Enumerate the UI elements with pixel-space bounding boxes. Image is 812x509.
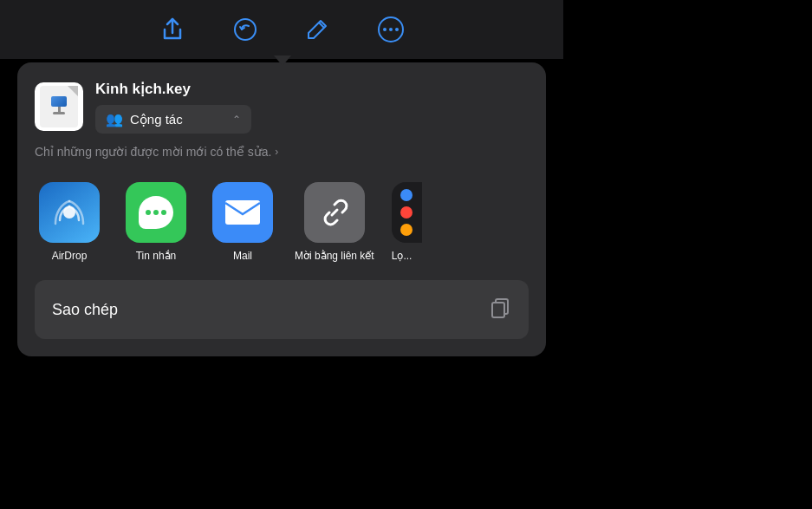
share-sheet: Kinh kịch.key 👥 Cộng tác ⌃ Chỉ những ngư… bbox=[17, 62, 546, 356]
copy-label: Sao chép bbox=[52, 301, 118, 319]
apps-row: AirDrop Tin nhắn bbox=[35, 182, 529, 264]
svg-point-0 bbox=[235, 19, 256, 40]
popover-arrow bbox=[274, 55, 291, 66]
airdrop-icon bbox=[39, 182, 100, 243]
people-icon: 👥 bbox=[106, 111, 123, 127]
copy-button[interactable]: Sao chép bbox=[35, 280, 529, 339]
file-name: Kinh kịch.key bbox=[95, 80, 529, 98]
mail-app[interactable]: Mail bbox=[208, 182, 277, 264]
svg-point-4 bbox=[395, 28, 399, 31]
invite-link-icon bbox=[304, 182, 365, 243]
dot-blue bbox=[400, 189, 412, 201]
dots-app-icon bbox=[392, 182, 422, 243]
permission-chevron: › bbox=[275, 145, 278, 160]
annotate-icon[interactable] bbox=[302, 14, 334, 45]
partial-app[interactable]: Lọ... bbox=[392, 182, 426, 264]
messages-label: Tin nhắn bbox=[136, 250, 177, 264]
copy-icon bbox=[489, 296, 511, 323]
mail-icon bbox=[212, 182, 273, 243]
collab-dropdown[interactable]: 👥 Cộng tác ⌃ bbox=[95, 105, 251, 134]
reply-icon[interactable] bbox=[230, 14, 261, 45]
svg-point-3 bbox=[389, 28, 393, 31]
more-icon[interactable] bbox=[375, 14, 406, 45]
svg-rect-8 bbox=[492, 303, 504, 317]
share-icon[interactable] bbox=[157, 14, 188, 45]
collab-label: Cộng tác bbox=[130, 112, 183, 127]
permission-description: Chỉ những người được mời mới có thể sửa. bbox=[35, 144, 271, 161]
messages-icon bbox=[126, 182, 186, 243]
invite-link-label: Mời bằng liên kết bbox=[295, 250, 374, 264]
invite-link-app[interactable]: Mời bằng liên kết bbox=[295, 182, 374, 264]
partial-app-label: Lọ... bbox=[392, 250, 412, 264]
file-title-area: Kinh kịch.key 👥 Cộng tác ⌃ bbox=[95, 80, 529, 134]
airdrop-label: AirDrop bbox=[52, 250, 88, 264]
dot-red bbox=[400, 206, 412, 219]
svg-rect-6 bbox=[225, 200, 260, 225]
airdrop-app[interactable]: AirDrop bbox=[35, 182, 104, 264]
mail-label: Mail bbox=[233, 250, 252, 264]
file-icon bbox=[35, 82, 83, 131]
chevron-down-icon: ⌃ bbox=[232, 114, 241, 126]
toolbar bbox=[0, 0, 563, 59]
permission-text[interactable]: Chỉ những người được mời mới có thể sửa.… bbox=[35, 144, 529, 161]
svg-point-2 bbox=[383, 28, 387, 31]
messages-app[interactable]: Tin nhắn bbox=[121, 182, 191, 264]
dot-orange bbox=[400, 224, 412, 236]
file-header: Kinh kịch.key 👥 Cộng tác ⌃ bbox=[35, 80, 529, 134]
